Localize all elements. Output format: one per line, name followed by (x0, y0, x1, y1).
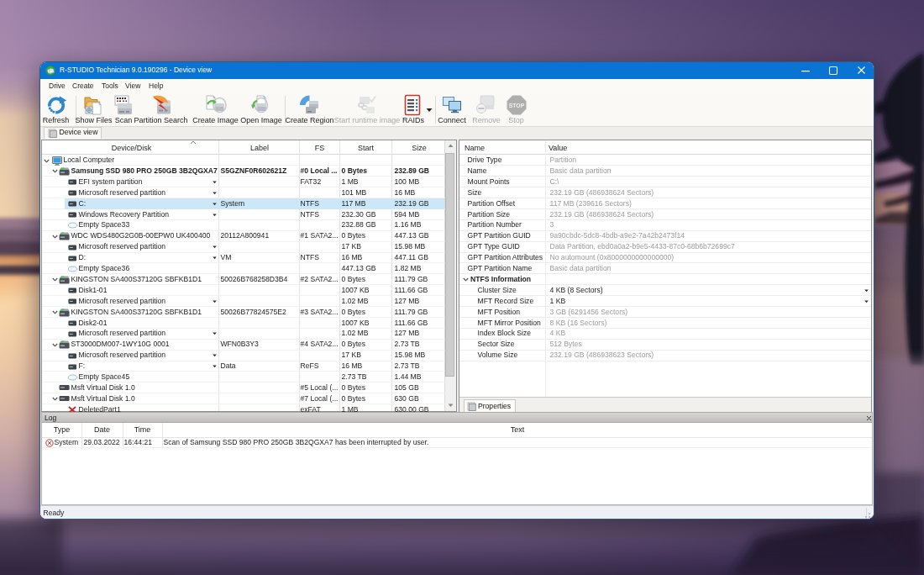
svg-text:STOP: STOP (508, 103, 524, 108)
